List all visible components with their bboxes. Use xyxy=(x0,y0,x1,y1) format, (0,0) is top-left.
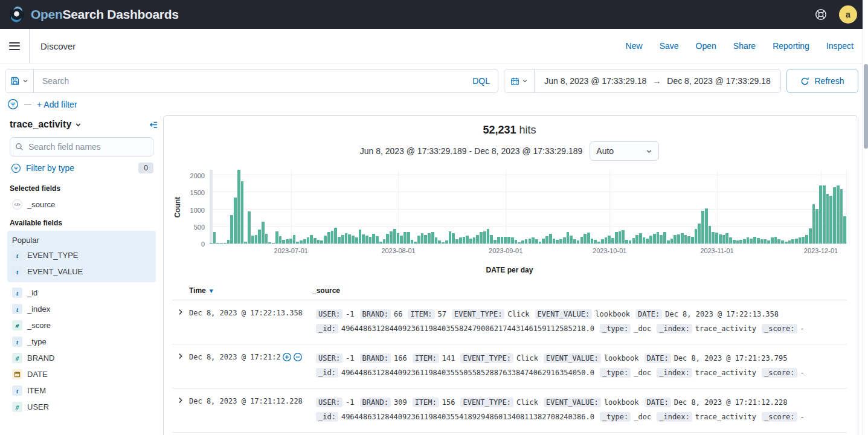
query-language-button[interactable]: DQL xyxy=(465,76,498,86)
nav-link-new[interactable]: New xyxy=(626,41,643,51)
histogram-bar[interactable] xyxy=(469,239,472,243)
sort-descending-icon[interactable]: ▼ xyxy=(208,288,214,294)
histogram-bar[interactable] xyxy=(837,185,840,243)
histogram-bar[interactable] xyxy=(501,237,504,243)
histogram-bar[interactable] xyxy=(511,237,514,243)
field-item-event_value[interactable]: tEVENT_VALUE xyxy=(7,263,156,280)
field-search-input[interactable] xyxy=(27,141,148,152)
histogram-bar[interactable] xyxy=(809,228,812,243)
histogram-bar[interactable] xyxy=(722,235,725,243)
histogram-bar[interactable] xyxy=(774,237,777,243)
filter-by-type-button[interactable]: Filter by type xyxy=(26,163,74,173)
histogram-bar[interactable] xyxy=(390,231,393,243)
histogram-bar[interactable] xyxy=(431,232,434,243)
histogram-bar[interactable] xyxy=(556,240,559,243)
field-item-date[interactable]: DATE xyxy=(10,366,153,382)
histogram-bar[interactable] xyxy=(227,240,230,243)
histogram-bar[interactable] xyxy=(729,237,732,243)
histogram-bar[interactable] xyxy=(529,239,532,243)
histogram-bar[interactable] xyxy=(660,235,663,243)
histogram-bar[interactable] xyxy=(230,215,233,243)
histogram-bar[interactable] xyxy=(833,187,836,243)
histogram-bar[interactable] xyxy=(567,232,570,243)
histogram-bar[interactable] xyxy=(815,209,818,243)
expand-row-icon[interactable] xyxy=(172,395,189,425)
histogram-bar[interactable] xyxy=(663,232,666,243)
histogram-bar[interactable] xyxy=(262,222,265,243)
histogram-bar[interactable] xyxy=(424,235,427,243)
expand-row-icon[interactable] xyxy=(172,351,189,381)
histogram-bar[interactable] xyxy=(823,185,826,243)
histogram-bar[interactable] xyxy=(272,243,275,243)
histogram-bar[interactable] xyxy=(781,240,784,243)
histogram-plot-area[interactable]: 2023-07-012023-08-012023-09-012023-10-01… xyxy=(210,170,847,244)
histogram-bar[interactable] xyxy=(691,237,694,243)
expand-row-icon[interactable] xyxy=(172,307,189,337)
nav-link-save[interactable]: Save xyxy=(660,41,679,51)
histogram-bar[interactable] xyxy=(307,237,310,243)
user-avatar[interactable]: a xyxy=(839,5,857,24)
histogram-bar[interactable] xyxy=(518,242,521,243)
histogram-bar[interactable] xyxy=(580,237,583,243)
histogram-bar[interactable] xyxy=(435,237,438,243)
histogram-bar[interactable] xyxy=(365,236,368,243)
histogram-bar[interactable] xyxy=(244,242,247,243)
histogram-bar[interactable] xyxy=(591,239,594,243)
menu-icon[interactable] xyxy=(0,29,29,63)
search-input[interactable] xyxy=(34,69,465,92)
histogram-bar[interactable] xyxy=(709,226,712,243)
add-filter-button[interactable]: + Add filter xyxy=(37,100,77,109)
date-start[interactable]: Jun 8, 2023 @ 17:33:29.18 xyxy=(544,76,646,86)
histogram-bar[interactable] xyxy=(542,239,545,243)
histogram-bar[interactable] xyxy=(237,170,240,243)
histogram-bar[interactable] xyxy=(646,239,649,243)
histogram-bar[interactable] xyxy=(459,237,462,243)
histogram-bar[interactable] xyxy=(317,240,320,243)
histogram-bar[interactable] xyxy=(625,240,628,243)
histogram-bar[interactable] xyxy=(695,229,698,243)
histogram-bar[interactable] xyxy=(795,239,798,243)
histogram-bar[interactable] xyxy=(483,231,486,243)
histogram-bar[interactable] xyxy=(619,231,622,243)
histogram-bar[interactable] xyxy=(216,243,219,243)
histogram-bar[interactable] xyxy=(362,234,365,243)
refresh-button[interactable]: Refresh xyxy=(786,69,858,93)
histogram-bar[interactable] xyxy=(553,239,556,243)
histogram-bar[interactable] xyxy=(764,239,767,243)
histogram-bar[interactable] xyxy=(743,239,746,243)
nav-link-reporting[interactable]: Reporting xyxy=(773,41,809,51)
histogram-bar[interactable] xyxy=(791,239,794,243)
page-scrollbar[interactable] xyxy=(863,0,868,435)
histogram-bar[interactable] xyxy=(608,236,611,243)
histogram-bar[interactable] xyxy=(539,242,542,243)
field-item-brand[interactable]: #BRAND xyxy=(10,350,153,366)
histogram-bar[interactable] xyxy=(545,236,548,243)
histogram-bar[interactable] xyxy=(629,240,632,243)
calendar-button[interactable] xyxy=(504,69,535,92)
histogram-bar[interactable] xyxy=(355,237,358,243)
histogram-bar[interactable] xyxy=(251,236,254,243)
histogram-bar[interactable] xyxy=(753,237,756,243)
histogram-bar[interactable] xyxy=(352,236,355,243)
histogram-bar[interactable] xyxy=(379,242,382,243)
histogram-bar[interactable] xyxy=(372,234,375,243)
field-item-_score[interactable]: #_score xyxy=(10,317,153,334)
histogram-bar[interactable] xyxy=(473,237,476,243)
histogram-bar[interactable] xyxy=(289,239,292,243)
histogram-bar[interactable] xyxy=(639,233,642,243)
histogram-bar[interactable] xyxy=(649,236,652,243)
histogram-bar[interactable] xyxy=(407,232,410,243)
field-item-event_type[interactable]: tEVENT_TYPE xyxy=(7,247,156,263)
histogram-bar[interactable] xyxy=(334,228,337,243)
histogram-bar[interactable] xyxy=(449,231,452,243)
histogram-bar[interactable] xyxy=(701,211,704,243)
histogram-bar[interactable] xyxy=(345,233,348,243)
histogram-bar[interactable] xyxy=(687,236,690,243)
histogram-bar[interactable] xyxy=(296,242,299,243)
histogram-bar[interactable] xyxy=(757,238,760,243)
histogram-bar[interactable] xyxy=(476,235,479,243)
histogram-bar[interactable] xyxy=(635,235,638,243)
histogram-bar[interactable] xyxy=(268,242,271,243)
histogram-bar[interactable] xyxy=(653,234,656,243)
histogram-bar[interactable] xyxy=(258,230,261,243)
